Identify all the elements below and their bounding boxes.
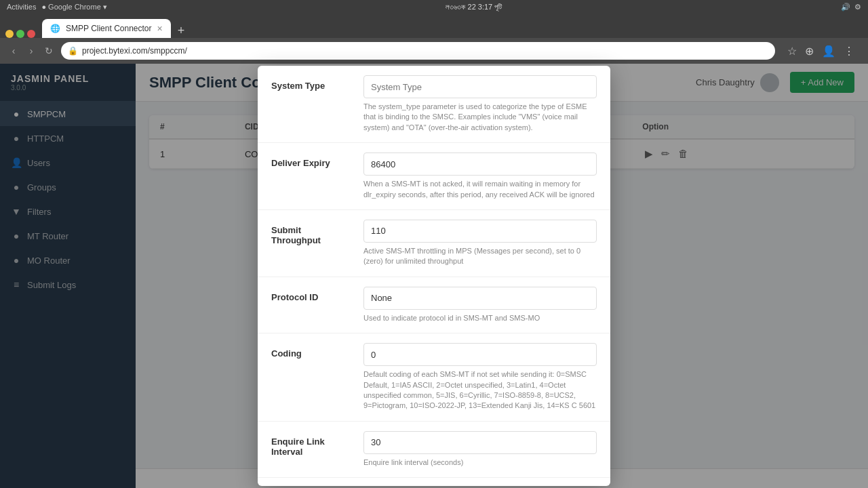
tab-close-btn[interactable]: ×: [157, 23, 163, 34]
field-row-coding: Coding Default coding of each SMS-MT if …: [271, 343, 597, 411]
system-time: ল৩৬৩ক 22 3:17 পূটি: [446, 3, 502, 12]
field-default-msg-id: Default Msg ID Specifies the SMSC index …: [258, 478, 610, 486]
browser-top-left: Activities ● Google Chrome ▾: [7, 3, 107, 12]
label-enquire-link-interval: Enquire Link Interval: [271, 431, 353, 457]
forward-button[interactable]: ›: [23, 43, 39, 59]
bookmark-icon[interactable]: ☆: [785, 42, 800, 60]
nav-buttons: ‹ › ↻: [5, 43, 57, 59]
input-container-submit-throughput: Active SMS-MT throttling in MPS (Message…: [363, 220, 597, 267]
modal-body: System Type The system_type parameter is…: [258, 66, 610, 486]
field-system-type: System Type The system_type parameter is…: [258, 66, 610, 143]
hint-coding: Default coding of each SMS-MT if not set…: [363, 369, 597, 411]
back-button[interactable]: ‹: [5, 43, 22, 59]
field-row-protocol-id: Protocol ID Used to indicate protocol id…: [271, 287, 597, 323]
tab-title: SMPP Client Connector: [66, 24, 152, 33]
input-container-coding: Default coding of each SMS-MT if not set…: [363, 343, 597, 411]
system-tray: 🔊 ⚙: [841, 3, 861, 12]
new-tab-button[interactable]: +: [172, 24, 191, 38]
address-text: project.bytexi.com/smppccm/: [82, 46, 187, 56]
field-enquire-link-interval: Enquire Link Interval Enquire link inter…: [258, 422, 610, 478]
extension-icon[interactable]: ⊕: [802, 42, 816, 60]
menu-icon[interactable]: ⋮: [841, 42, 857, 60]
input-system-type[interactable]: [363, 75, 597, 98]
field-row-deliver-expiry: Deliver Expiry When a SMS-MT is not acke…: [271, 152, 597, 200]
chrome-label: ● Google Chrome ▾: [41, 3, 106, 12]
input-deliver-expiry[interactable]: [363, 152, 597, 176]
input-container-deliver-expiry: When a SMS-MT is not acked, it will rema…: [363, 152, 597, 200]
label-deliver-expiry: Deliver Expiry: [271, 152, 353, 168]
field-protocol-id: Protocol ID Used to indicate protocol id…: [258, 277, 610, 333]
reload-button[interactable]: ↻: [41, 43, 57, 59]
field-row-enquire-link: Enquire Link Interval Enquire link inter…: [271, 431, 597, 468]
win-close[interactable]: [27, 30, 35, 38]
address-bar[interactable]: 🔒 project.bytexi.com/smppccm/: [61, 42, 775, 60]
input-protocol-id[interactable]: [363, 287, 597, 310]
hint-deliver-expiry: When a SMS-MT is not acked, it will rema…: [363, 179, 597, 200]
toolbar-icons: ☆ ⊕ 👤 ⋮: [779, 42, 863, 60]
edit-connector-modal: System Type The system_type parameter is…: [258, 66, 610, 486]
field-row-system-type: System Type The system_type parameter is…: [271, 75, 597, 133]
win-maximize[interactable]: [16, 30, 24, 38]
input-coding[interactable]: [363, 343, 597, 366]
field-deliver-expiry: Deliver Expiry When a SMS-MT is not acke…: [258, 143, 610, 210]
browser-tab[interactable]: 🌐 SMPP Client Connector ×: [42, 19, 171, 38]
input-enquire-link-interval[interactable]: [363, 431, 597, 454]
tab-bar: 🌐 SMPP Client Connector × +: [0, 14, 868, 38]
label-submit-throughput: Submit Throughput: [271, 220, 353, 245]
label-protocol-id: Protocol ID: [271, 287, 353, 302]
win-minimize[interactable]: [5, 30, 14, 38]
modal-overlay: System Type The system_type parameter is…: [0, 64, 868, 488]
field-submit-throughput: Submit Throughput Active SMS-MT throttli…: [258, 210, 610, 277]
hint-enquire-link-interval: Enquire link interval (seconds): [363, 458, 597, 468]
activities-label[interactable]: Activities: [7, 3, 36, 11]
input-container-system-type: The system_type parameter is used to cat…: [363, 75, 597, 133]
field-row-submit-throughput: Submit Throughput Active SMS-MT throttli…: [271, 220, 597, 267]
hint-submit-throughput: Active SMS-MT throttling in MPS (Message…: [363, 246, 597, 267]
label-system-type: System Type: [271, 75, 353, 91]
input-submit-throughput[interactable]: [363, 220, 597, 243]
field-coding: Coding Default coding of each SMS-MT if …: [258, 333, 610, 422]
app-container: JASMIN PANEL 3.0.0 ● SMPPCM ● HTTPCM 👤 U…: [0, 64, 868, 488]
input-container-enquire-link: Enquire link interval (seconds): [363, 431, 597, 468]
user-profile-icon[interactable]: 👤: [819, 42, 838, 60]
browser-top-bar: Activities ● Google Chrome ▾ ল৩৬৩ক 22 3:…: [0, 0, 868, 14]
hint-protocol-id: Used to indicate protocol id in SMS-MT a…: [363, 313, 597, 323]
label-coding: Coding: [271, 343, 353, 359]
input-container-protocol-id: Used to indicate protocol id in SMS-MT a…: [363, 287, 597, 323]
hint-system-type: The system_type parameter is used to cat…: [363, 102, 597, 133]
